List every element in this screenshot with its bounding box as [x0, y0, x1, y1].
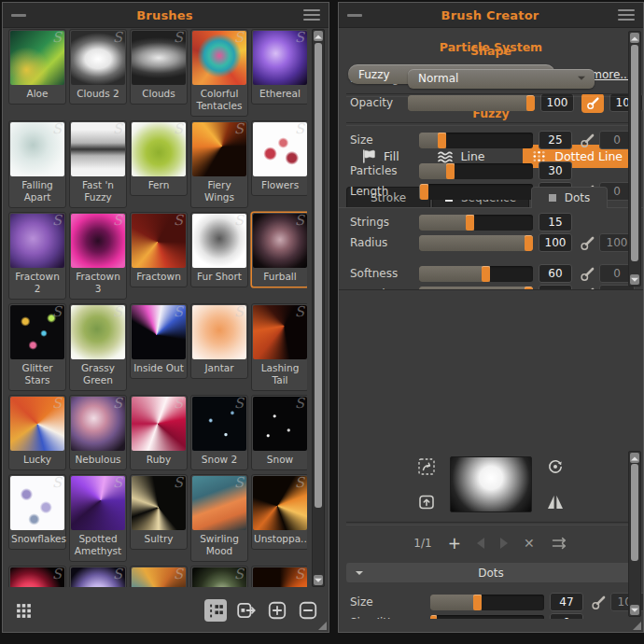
- next-shape-icon[interactable]: [500, 538, 508, 549]
- flip-shape-icon[interactable]: [546, 493, 565, 511]
- brush-item[interactable]: SColorful Tentacles: [190, 29, 248, 117]
- pressure-icon[interactable]: [580, 235, 595, 251]
- param-slider[interactable]: [419, 163, 533, 179]
- brush-item[interactable]: SClouds: [130, 29, 188, 105]
- brush-item[interactable]: SLashing Tail: [251, 303, 307, 391]
- pressure-icon[interactable]: [591, 595, 607, 610]
- param-value[interactable]: 100: [539, 233, 572, 252]
- import-shape-icon[interactable]: [417, 493, 436, 511]
- capture-shape-icon[interactable]: [417, 457, 436, 476]
- param-slider[interactable]: [419, 133, 533, 148]
- collapse-panel-icon[interactable]: [347, 14, 362, 17]
- remove-brush-icon[interactable]: [297, 599, 319, 622]
- brushes-scrollbar[interactable]: [312, 29, 325, 587]
- scrollbar-thumb[interactable]: [315, 43, 322, 508]
- slider-handle[interactable]: [438, 133, 446, 148]
- brush-item[interactable]: SJantar: [190, 303, 248, 379]
- brush-item[interactable]: SFurball: [251, 212, 307, 287]
- slider-handle[interactable]: [473, 595, 482, 610]
- reorder-shapes-icon[interactable]: [551, 536, 568, 551]
- brush-item[interactable]: SSnowflakes: [8, 474, 66, 550]
- scroll-up-icon[interactable]: [314, 31, 323, 41]
- brush-item[interactable]: SClouds 2: [69, 29, 127, 105]
- param-value[interactable]: 47: [550, 593, 583, 611]
- brush-item[interactable]: SEthereal: [251, 29, 307, 105]
- prev-shape-icon[interactable]: [477, 538, 484, 549]
- blending-dropdown[interactable]: Normal: [408, 69, 595, 89]
- scrollbar-thumb[interactable]: [631, 464, 638, 561]
- brush-item[interactable]: SSpotted Amethyst: [69, 474, 127, 562]
- brush-item[interactable]: SFast 'n Fuzzy: [69, 120, 127, 208]
- param-slider[interactable]: [430, 595, 544, 610]
- brush-item[interactable]: SFur Short: [190, 212, 248, 287]
- thumbnail-view-icon[interactable]: [12, 599, 35, 622]
- pressure-icon[interactable]: [580, 133, 595, 148]
- brush-item[interactable]: S: [8, 566, 66, 587]
- brush-item[interactable]: SFractown 3: [69, 212, 127, 300]
- slider-handle[interactable]: [466, 215, 474, 231]
- delete-shape-icon[interactable]: ✕: [524, 537, 535, 550]
- rotate-shape-icon[interactable]: [546, 457, 565, 476]
- slider-handle[interactable]: [430, 615, 437, 620]
- brush-item[interactable]: SGrassy Green: [69, 303, 127, 391]
- param-slider[interactable]: [419, 215, 533, 231]
- add-brush-icon[interactable]: [266, 599, 288, 622]
- param-value[interactable]: 25: [539, 131, 572, 149]
- brush-item[interactable]: SRuby: [130, 395, 188, 470]
- param-value[interactable]: 15: [539, 213, 572, 231]
- brush-item[interactable]: SLucky: [8, 395, 66, 470]
- slider-handle[interactable]: [525, 235, 533, 251]
- pressure-icon[interactable]: [580, 287, 595, 291]
- brush-item[interactable]: S: [190, 566, 248, 587]
- scroll-down-icon[interactable]: [314, 575, 323, 585]
- brush-item[interactable]: SSwirling Mood: [190, 474, 248, 562]
- param-value[interactable]: 60: [539, 264, 572, 283]
- panel-menu-icon[interactable]: [303, 9, 320, 21]
- param-value[interactable]: 0: [550, 613, 583, 619]
- slider-handle[interactable]: [525, 287, 533, 291]
- brush-item[interactable]: SUnstoppa...: [251, 474, 307, 550]
- param-slider[interactable]: [419, 235, 533, 251]
- param-slider[interactable]: [419, 287, 533, 291]
- settings-scrollbar[interactable]: [628, 31, 641, 287]
- param-slider[interactable]: [430, 615, 544, 620]
- tab-dots[interactable]: Dots: [531, 187, 608, 207]
- shape-preview-thumbnail[interactable]: [450, 456, 532, 512]
- brush-item[interactable]: SFractown 2: [8, 212, 66, 300]
- panel-resize-grip[interactable]: [318, 622, 327, 630]
- brush-item[interactable]: SInside Out: [130, 303, 188, 379]
- opacity-slider[interactable]: [408, 95, 535, 111]
- scroll-down-icon[interactable]: [630, 605, 639, 615]
- brush-item[interactable]: SFern: [130, 120, 188, 196]
- brush-item[interactable]: SSultry: [130, 474, 188, 550]
- add-shape-icon[interactable]: +: [448, 536, 461, 552]
- panel-resize-grip[interactable]: [633, 622, 641, 630]
- scroll-up-icon[interactable]: [630, 453, 639, 463]
- scroll-down-icon[interactable]: [630, 274, 639, 285]
- param-slider[interactable]: [419, 266, 533, 282]
- param-slider[interactable]: [419, 184, 533, 200]
- brush-item[interactable]: SSnow: [251, 395, 307, 470]
- slider-handle[interactable]: [526, 95, 535, 111]
- collapse-panel-icon[interactable]: [11, 14, 26, 17]
- param-value[interactable]: 100: [539, 285, 572, 290]
- brush-item[interactable]: SFlowers: [251, 120, 307, 196]
- dots-section-header[interactable]: Dots: [346, 563, 636, 582]
- brush-item[interactable]: S: [69, 566, 127, 587]
- dots-scrollbar[interactable]: [628, 451, 641, 617]
- param-value[interactable]: 30: [539, 161, 572, 180]
- pressure-icon[interactable]: [580, 266, 595, 282]
- brush-item[interactable]: SGlitter Stars: [8, 303, 66, 391]
- brush-item[interactable]: SFalling Apart: [8, 120, 66, 208]
- slider-handle[interactable]: [420, 184, 428, 200]
- panel-menu-icon[interactable]: [618, 9, 635, 21]
- slider-handle[interactable]: [446, 163, 455, 179]
- slider-handle[interactable]: [482, 266, 490, 282]
- brush-item[interactable]: S: [130, 566, 188, 587]
- scroll-up-icon[interactable]: [630, 33, 639, 43]
- brush-item[interactable]: SFractown: [130, 212, 188, 287]
- scrollbar-thumb[interactable]: [631, 45, 638, 261]
- brush-item[interactable]: SSnow 2: [190, 395, 248, 470]
- brush-item[interactable]: SNebulous: [69, 395, 127, 470]
- brush-item[interactable]: SFiery Wings: [190, 120, 248, 208]
